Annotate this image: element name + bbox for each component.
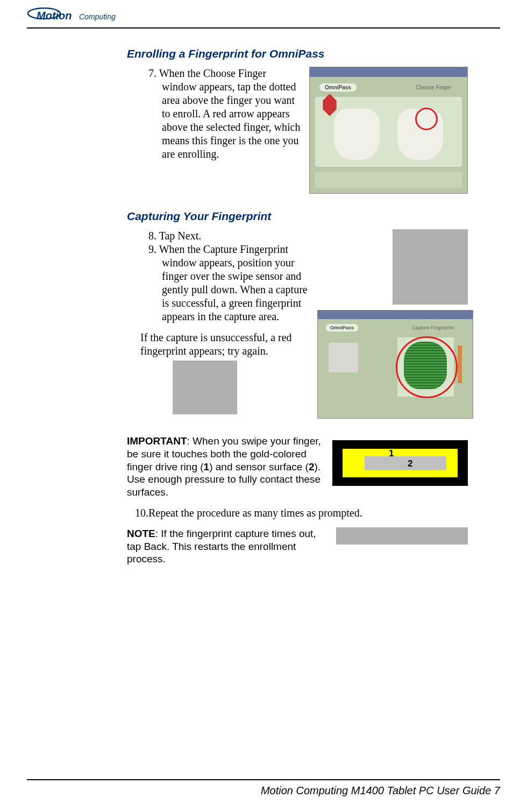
important-part2: ) and sensor surface ( [209,461,309,472]
step-7-number: 7. [148,67,159,79]
hand-icon [329,343,358,372]
step-9-body: When the Capture Fingerprint window appe… [159,243,308,322]
motion-computing-logo: Motion Computing [27,8,124,24]
important-num1: 1 [204,461,210,472]
svg-text:Computing: Computing [79,12,116,21]
step-10-body: Repeat the procedure as many times as pr… [148,507,362,519]
hands-area [315,97,462,167]
footer-divider [27,779,500,780]
sensor-label-2: 2 [408,458,412,469]
important-label: IMPORTANT [127,435,187,447]
omnipass-badge: OmniPass [319,83,357,91]
section-heading-capturing: Capturing Your Fingerprint [127,210,468,223]
step-8-body: Tap Next. [159,230,202,242]
step-9: 9. When the Capture Fingerprint window a… [148,243,312,323]
section-heading-enrolling: Enrolling a Fingerprint for OmniPass [127,47,468,60]
red-circle-highlight [415,108,438,130]
note-block: NOTE: If the fingerprint capture times o… [127,527,468,566]
screenshot2-titlebar [318,310,473,319]
steps-right-column: OmniPass Capture Fingerprint [317,229,468,419]
sensor-label-1: 1 [389,448,394,459]
capture-fingerprint-label: Capture Fingerprint [412,325,454,330]
content-area: Enrolling a Fingerprint for OmniPass 7. … [127,47,468,566]
step-7-text: 7. When the Choose Finger window appears… [127,67,303,194]
svg-text:Motion: Motion [37,10,72,22]
important-num2: 2 [309,461,315,472]
step-9-number: 9. [148,243,159,255]
logo-area: Motion Computing [27,8,500,26]
gray-placeholder-1 [173,361,237,414]
step-10-number: 10. [135,507,148,519]
slider-icon [458,345,462,383]
step-8-number: 8. [148,230,159,242]
screenshot-titlebar [310,67,467,77]
note-label: NOTE [127,528,155,539]
red-circle-highlight-2 [396,336,458,398]
important-text: IMPORTANT: When you swipe your finger, b… [127,435,324,499]
gray-placeholder-3 [336,527,468,545]
sensor-diagram: 1 2 [332,440,468,486]
omnipass-badge-2: OmniPass [326,324,358,331]
page-footer: Motion Computing M1400 Tablet PC User Gu… [27,779,500,797]
header-divider [27,27,500,29]
capture-fingerprint-screenshot: OmniPass Capture Fingerprint [317,310,473,419]
choose-finger-screenshot: OmniPass Choose Finger [309,67,468,194]
step-10: 10.Repeat the procedure as many times as… [127,506,468,520]
choose-finger-label: Choose Finger [416,84,451,90]
step-7-body: When the Choose Finger window appears, t… [159,67,301,160]
footer-text: Motion Computing M1400 Tablet PC User Gu… [27,785,500,797]
step-8: 8. Tap Next. [148,229,312,243]
screenshot-footer [315,172,462,188]
left-hand-icon [334,109,380,160]
gray-placeholder-2 [393,229,468,305]
sensor-surface [365,456,446,470]
note-body: : If the fingerprint capture times out, … [127,528,316,565]
step-7-block: 7. When the Choose Finger window appears… [127,67,468,194]
section-capturing: Capturing Your Fingerprint 8. Tap Next. … [127,210,468,566]
important-block: IMPORTANT: When you swipe your finger, b… [127,435,468,499]
steps-left-column: 8. Tap Next. 9. When the Capture Fingerp… [127,229,312,414]
note-text: NOTE: If the fingerprint capture times o… [127,527,323,566]
unsuccessful-text: If the capture is unsuccessful, a red fi… [140,331,312,358]
page-container: Motion Computing Enrolling a Fingerprint… [0,0,527,812]
steps-8-9-block: 8. Tap Next. 9. When the Capture Fingerp… [127,229,468,419]
